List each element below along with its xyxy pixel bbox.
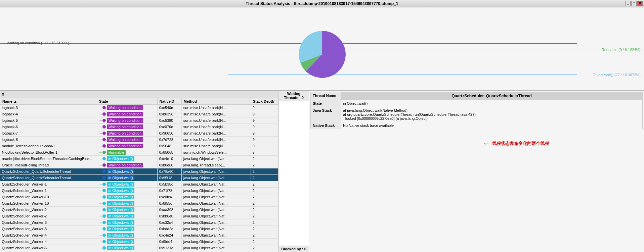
col-method[interactable]: Method [181,98,251,105]
table-row[interactable]: logback-5→ Waiting on condition0xc5390su… [0,117,278,124]
native-stack-label: Native Stack [311,122,341,129]
table-row[interactable]: QuartzScheduler_Worker-4→ in Object.wait… [0,239,278,245]
cell-nativeid: 0xc076c [157,124,181,130]
table-row[interactable]: QuartzScheduler_Worker-3→ in Object.wait… [0,226,278,232]
table-row[interactable]: logback-7→ Waiting on condition0x90650su… [0,130,278,137]
cell-name: oracle.jdbc.driver.BlockSource.ThreadedC… [0,156,97,162]
waiting-panel: Waiting Threads : 0 Blocked by : 0 [279,91,309,252]
blocked-by-header: Blocked by : 0 [279,246,309,252]
native-stack-value: No Native stack trace available [341,122,643,129]
cell-method: java.lang.Object.wait(Nat... [181,207,251,213]
cell-state: → in Object.wait() [97,219,157,226]
main-area: ⬆ Name ▲ State NativeID Method Stack Dep… [0,91,644,252]
sort-icon[interactable]: ⬆ [1,92,5,97]
col-nativeid[interactable]: NativeID [157,98,181,105]
cell-nativeid: 0x95f18 [157,175,181,181]
cell-name: QuartzScheduler_Worker-1 [0,188,97,194]
cell-nativeid: 0x85068 [157,149,181,156]
cell-state: → in Object.wait() [97,226,157,232]
table-row[interactable]: QuartzScheduler_Worker-1→ in Object.wait… [0,188,278,194]
cell-method: java.lang.Object.wait(Nat... [181,213,251,219]
cell-stackdepth: 2 [251,200,278,207]
table-row[interactable]: QuartzScheduler_Worker-2→ in Object.wait… [0,213,278,219]
cell-nativeid: 0xbb6e0 [157,213,181,219]
cell-method: sun.misc.Unsafe.park(N... [181,111,251,117]
minimize-button[interactable]: _ [625,1,631,6]
cell-state: → Waiting on condition [97,143,157,149]
table-row[interactable]: OracleTimeoutPollingThread→ Waiting on c… [0,162,278,168]
table-row[interactable]: QuartzScheduler_Worker-10→ in Object.wai… [0,200,278,207]
cell-nativeid: 0xb8e80 [157,162,181,168]
table-row[interactable]: QuartzScheduler_Worker-2→ in Object.wait… [0,207,278,213]
waiting-threads-header: Waiting Threads : 0 [279,91,309,101]
cell-method: sun.misc.Unsafe.park(N... [181,124,251,130]
cell-stackdepth: 2 [251,232,278,239]
cell-name: logback-7 [0,130,97,137]
runnable-label: Runnable (9 / 6.1224%) [602,48,641,52]
table-row[interactable]: logback-3→ Waiting on condition0xc540csu… [0,105,278,111]
cell-nativeid: 0x5048 [157,143,181,149]
table-row[interactable]: logback-6→ Waiting on condition0xc076csu… [0,124,278,130]
table-row[interactable]: oracle.jdbc.driver.BlockSource.ThreadedC… [0,156,278,162]
maximize-button[interactable]: □ [631,1,637,6]
table-row[interactable]: QuartzScheduler_Worker-3→ in Object.wait… [0,219,278,226]
cell-method: java.lang.Object.wait(Nat... [181,181,251,188]
table-row[interactable]: logback-8→ Waiting on condition0x7d728su… [0,137,278,143]
cell-state: → in Object.wait() [97,232,157,239]
cell-nativeid: 0x78a60 [157,168,181,175]
cell-nativeid: 0xc4e10 [157,156,181,162]
cell-state: → in Object.wait() [97,168,157,175]
cell-method: java.lang.Object.wait(Nat... [181,245,251,251]
table-row[interactable]: QuartzScheduler_Worker-5→ in Object.wait… [0,245,278,251]
cell-state: → Runnable [97,149,157,156]
cell-stackdepth: 2 [251,239,278,245]
cell-state: → in Object.wait() [97,188,157,194]
waiting-threads-content [279,101,309,246]
table-row[interactable]: QuartzScheduler_QuartzSchedulerThread→ i… [0,175,278,181]
table-row[interactable]: QuartzScheduler_Worker-10→ in Object.wai… [0,194,278,200]
cell-name: logback-3 [0,105,97,111]
col-name[interactable]: Name ▲ [0,98,97,105]
close-button[interactable]: ✕ [637,1,643,6]
table-row[interactable]: NioBlockingSelector.BlockPoller-1→ Runna… [0,149,278,156]
cell-state: → in Object.wait() [97,194,157,200]
java-stack-value: at java.lang.Object.wait(Native Method)a… [341,107,643,122]
cell-method: sun.misc.Unsafe.park(N... [181,137,251,143]
table-row[interactable]: module_refresh-schedule-pool-1→ Waiting … [0,143,278,149]
cell-method: sun.nio.ch.WindowsSele... [181,149,251,156]
cell-name: logback-8 [0,137,97,143]
cell-name: QuartzScheduler_QuartzSchedulerThread [0,175,97,181]
cell-stackdepth: 2 [251,226,278,232]
cell-method: sun.misc.Unsafe.park(N... [181,117,251,124]
col-stackdepth[interactable]: Stack Depth [251,98,278,105]
cell-stackdepth: 2 [251,156,278,162]
cell-nativeid: 0x8f55c [157,200,181,207]
cell-stackdepth: 2 [251,162,278,168]
table-row[interactable]: logback-4→ Waiting on condition0xb8398su… [0,111,278,117]
cell-stackdepth: 2 [251,245,278,251]
cell-state: → Waiting on condition [97,137,157,143]
cell-nativeid: 0x5b38c [157,181,181,188]
cell-name: QuartzScheduler_Worker-3 [0,226,97,232]
cell-name: logback-6 [0,124,97,130]
cell-method: java.lang.Object.wait(Nat... [181,194,251,200]
table-row[interactable]: QuartzScheduler_QuartzSchedulerThread→ i… [0,168,278,175]
cell-state: → in Object.wait() [97,175,157,181]
col-state[interactable]: State [97,98,157,105]
cell-stackdepth: 7 [251,149,278,156]
cell-method: java.lang.Object.wait(Nat... [181,219,251,226]
cell-stackdepth: 2 [251,207,278,213]
cell-state: → Waiting on condition [97,162,157,168]
cell-stackdepth: 2 [251,175,278,181]
cell-method: java.lang.Object.wait(Nat... [181,156,251,162]
cell-nativeid: 0xb8398 [157,111,181,117]
table-scroll[interactable]: Name ▲ State NativeID Method Stack Depth… [0,98,278,252]
table-row[interactable]: QuartzScheduler_Worker-1→ in Object.wait… [0,181,278,188]
table-row[interactable]: QuartzScheduler_Worker-4→ in Object.wait… [0,232,278,239]
cell-method: java.lang.Object.wait(Nat... [181,232,251,239]
cell-nativeid: 0xc32c4 [157,219,181,226]
cell-name: QuartzScheduler_Worker-4 [0,232,97,239]
state-label: State [311,100,341,107]
window-controls[interactable]: _ □ ✕ [625,1,643,6]
cell-name: QuartzScheduler_QuartzSchedulerThread [0,168,97,175]
